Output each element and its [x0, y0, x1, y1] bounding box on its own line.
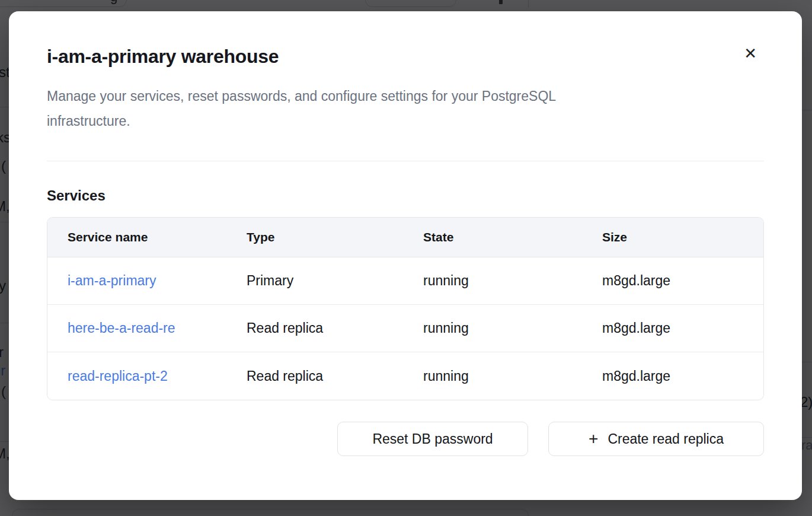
- service-name-cell: here-be-a-read-re: [47, 305, 226, 352]
- column-header-state: State: [403, 218, 582, 257]
- column-header-type: Type: [226, 218, 403, 257]
- modal-title: i-am-a-primary warehouse: [47, 44, 279, 68]
- reset-db-password-button[interactable]: Reset DB password: [337, 422, 528, 456]
- plus-icon: +: [589, 431, 598, 447]
- modal-description-line1: Manage your services, reset passwords, a…: [47, 84, 764, 109]
- warehouse-services-modal: i-am-a-primary warehouse ✕ Manage your s…: [9, 11, 802, 500]
- modal-header: i-am-a-primary warehouse ✕: [47, 44, 764, 68]
- service-link[interactable]: read-replica-pt-2: [68, 368, 168, 384]
- service-name-cell: i-am-a-primary: [47, 257, 226, 304]
- service-type-cell: Read replica: [226, 305, 403, 352]
- close-icon[interactable]: ✕: [744, 46, 757, 61]
- service-name-cell: read-replica-pt-2: [47, 352, 226, 400]
- section-divider: [47, 161, 764, 161]
- create-read-replica-label: Create read replica: [608, 431, 724, 447]
- service-link[interactable]: i-am-a-primary: [68, 273, 156, 289]
- service-size-cell: m8gd.large: [582, 352, 763, 400]
- table-row: here-be-a-read-re Read replica running m…: [47, 305, 763, 352]
- table-row: read-replica-pt-2 Read replica running m…: [47, 352, 763, 400]
- service-link[interactable]: here-be-a-read-re: [68, 320, 175, 336]
- create-read-replica-button[interactable]: + Create read replica: [548, 422, 764, 456]
- service-type-cell: Read replica: [226, 352, 403, 400]
- modal-description: Manage your services, reset passwords, a…: [47, 84, 764, 133]
- table-header-row: Service name Type State Size: [47, 218, 763, 257]
- service-size-cell: m8gd.large: [582, 257, 763, 304]
- modal-footer: Reset DB password + Create read replica: [47, 422, 764, 456]
- service-size-cell: m8gd.large: [582, 305, 763, 352]
- service-type-cell: Primary: [226, 257, 403, 304]
- reset-db-password-label: Reset DB password: [372, 431, 493, 447]
- modal-description-line2: infrastructure.: [47, 109, 764, 133]
- services-heading: Services: [47, 187, 764, 204]
- service-state-cell: running: [403, 257, 582, 304]
- column-header-service-name: Service name: [47, 218, 226, 257]
- service-state-cell: running: [403, 352, 582, 400]
- service-state-cell: running: [403, 305, 582, 352]
- column-header-size: Size: [582, 218, 763, 257]
- services-table: Service name Type State Size i-am-a-prim…: [47, 217, 764, 400]
- table-row: i-am-a-primary Primary running m8gd.larg…: [47, 257, 763, 305]
